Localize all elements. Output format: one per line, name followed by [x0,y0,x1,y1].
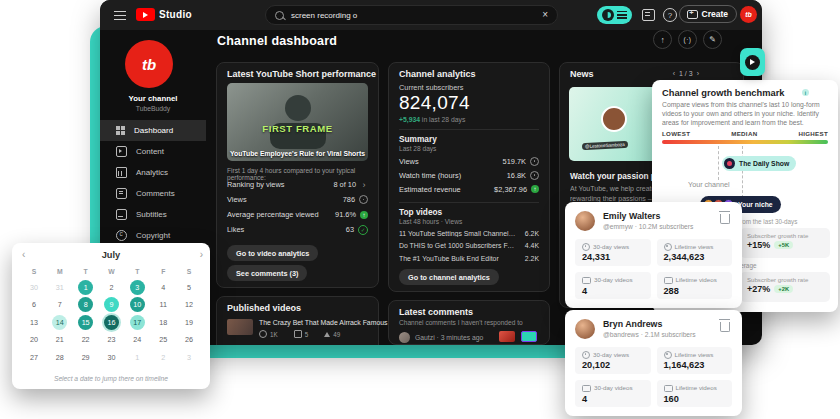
channel-avatar[interactable]: tb [125,40,173,88]
calendar-day[interactable]: S [182,265,197,277]
calendar-day[interactable]: 15 [78,315,93,330]
sidebar-item[interactable]: Subtitles [100,204,206,225]
upload-video-icon[interactable] [653,30,672,49]
calendar-day[interactable]: 19 [182,315,197,330]
calendar-day[interactable]: 30 [104,350,119,365]
short-stat-row[interactable]: Ranking by views 8 of 10 [227,177,368,192]
calendar-day[interactable]: 8 [78,297,93,312]
short-stat-row[interactable]: Likes 63 [227,222,368,237]
calendar-day[interactable]: 12 [182,297,197,312]
calendar-day[interactable]: 30 [26,280,41,295]
tubebuddy-profile-icon[interactable]: tb [740,6,757,23]
search-bar[interactable]: screen recording o × [265,5,558,25]
stat-type-icon [664,351,672,359]
calendar-day[interactable]: S [26,265,41,277]
stat-value: 786 [343,195,355,204]
top-video-row[interactable]: 11 YouTube Settings Small Channels Must … [399,227,539,240]
calendar-day[interactable]: 14 [52,315,67,330]
calendar-day[interactable]: 26 [182,332,197,347]
tubebuddy-side-tab[interactable] [740,48,765,76]
calendar-day[interactable]: 20 [26,332,41,347]
growth-rate-badge: +2K [774,285,793,293]
delta-value: +5,934 [399,116,420,123]
news-prev-icon[interactable]: ‹ [673,70,675,77]
competitor-avatar [575,319,595,339]
calendar-day[interactable]: 4 [156,280,171,295]
calendar-day[interactable]: M [52,265,67,277]
go-live-icon[interactable] [678,30,697,49]
tubebuddy-toggle[interactable] [597,6,632,24]
calendar-day[interactable]: T [130,265,145,277]
create-button[interactable]: Create [679,5,737,23]
clear-search-icon[interactable]: × [542,10,548,20]
delete-competitor-icon[interactable] [720,214,730,224]
help-icon[interactable] [663,8,677,22]
sidebar-item[interactable]: Dashboard [100,120,206,141]
calendar-day[interactable]: 27 [26,350,41,365]
calendar-day[interactable]: 31 [52,280,67,295]
calendar-day[interactable]: 23 [104,332,119,347]
calendar-day[interactable]: 2 [104,280,119,295]
tubebuddy-icon [602,9,614,21]
channel-analytics-card: Channel analytics Current subscribers 82… [388,62,550,292]
calendar-day[interactable]: 7 [52,297,67,312]
calendar-day[interactable]: 1 [78,280,93,295]
feedback-icon[interactable] [642,9,655,21]
calendar-day[interactable]: 3 [182,350,197,365]
edit-icon[interactable] [703,30,722,49]
calendar-day[interactable]: 22 [78,332,93,347]
calendar-day[interactable]: 21 [52,332,67,347]
calendar-day[interactable]: 13 [26,315,41,330]
calendar-day[interactable]: T [78,265,93,277]
summary-title: Summary [399,134,437,144]
sidebar-item[interactable]: Comments [100,183,206,204]
youtube-logo-icon[interactable] [136,8,155,21]
calendar-footer-hint: Select a date to jump there on timeline [12,375,210,382]
calendar-day[interactable]: 11 [156,297,171,312]
calendar-day[interactable]: 24 [130,332,145,347]
calendar-day[interactable]: 3 [130,280,145,295]
video-thumbnail[interactable] [227,319,253,335]
go-to-channel-analytics-button[interactable]: Go to channel analytics [399,269,499,285]
go-to-video-analytics-button[interactable]: Go to video analytics [227,245,318,261]
see-comments-button[interactable]: See comments (3) [227,265,307,281]
calendar-day[interactable]: 1 [130,350,145,365]
calendar-day[interactable]: 5 [182,280,197,295]
calendar-day[interactable]: 18 [156,315,171,330]
hamburger-menu-icon[interactable] [114,11,126,20]
news-next-icon[interactable]: › [697,70,699,77]
search-input[interactable]: screen recording o [291,11,357,20]
calendar-day[interactable]: 29 [78,350,93,365]
delete-competitor-icon[interactable] [720,322,730,332]
competitor-name: Emily Walters [603,211,660,221]
calendar-day[interactable]: 28 [52,350,67,365]
short-thumbnail[interactable]: FIRST FRAME YouTube Employee's Rule for … [227,83,368,161]
calendar-day[interactable]: W [104,265,119,277]
comment-author-meta[interactable]: Gautzi · 3 minutes ago [415,334,483,341]
sidebar-item[interactable]: Content [100,141,206,162]
calendar-day[interactable]: 16 [104,315,119,330]
calendar-next-icon[interactable]: › [200,249,203,260]
short-stat-row[interactable]: Views 786 [227,192,368,207]
top-video-row[interactable]: The #1 YouTube Bulk End Editor 2.2K [399,252,539,265]
daily-show-pill[interactable]: The Daily Show [722,156,796,171]
published-video-title[interactable]: The Crazy Bet That Made Airrack Famous [259,319,388,326]
calendar-day[interactable]: 17 [130,315,145,330]
summary-row[interactable]: Estimated revenue $2,367.96 [399,182,539,196]
short-stat-row[interactable]: Average percentage viewed 91.6% [227,207,368,222]
summary-row[interactable]: Watch time (hours) 16.8K [399,168,539,182]
sidebar-item[interactable]: Analytics [100,162,206,183]
top-video-row[interactable]: Do THIS to Get 1000 Subscribers FASTER (… [399,240,539,253]
create-icon [687,10,698,19]
calendar-day[interactable]: 6 [26,297,41,312]
calendar-day[interactable]: 2 [156,350,171,365]
calendar-day[interactable]: 9 [104,297,119,312]
competitor-stat-value: 20,102 [582,360,644,370]
stat-value: 8 of 10 [333,180,356,189]
calendar-day[interactable]: F [156,265,171,277]
summary-row[interactable]: Views 519.7K [399,154,539,168]
calendar-day[interactable]: 25 [156,332,171,347]
stat-type-icon [582,351,590,359]
info-icon[interactable]: i [802,89,809,96]
calendar-day[interactable]: 10 [130,297,145,312]
